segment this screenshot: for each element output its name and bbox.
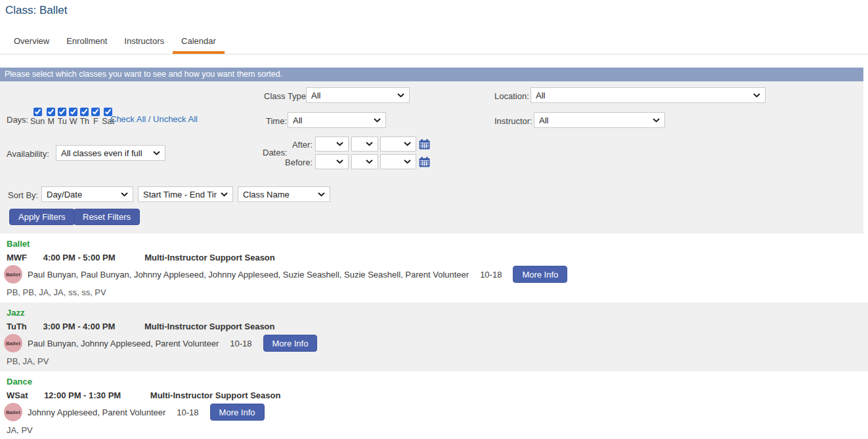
time-label: Time:	[266, 116, 287, 126]
more-info-button[interactable]: More Info	[210, 404, 265, 421]
day-label: Tu	[58, 117, 67, 126]
calendar-icon	[419, 157, 430, 167]
class-age-range: 10-18	[480, 270, 502, 280]
day-checkbox[interactable]	[80, 108, 89, 116]
day-checkbox[interactable]	[91, 108, 100, 116]
chevron-down-icon	[153, 151, 160, 156]
dates-before-label: Before:	[285, 157, 313, 167]
time-select[interactable]: All	[288, 112, 386, 128]
day-checkbox[interactable]	[58, 108, 66, 116]
before-calendar-button[interactable]	[419, 157, 430, 167]
tab-label: Calendar	[181, 36, 216, 46]
before-day-select[interactable]	[351, 154, 378, 169]
class-season: Multi-Instructor Support Season	[150, 390, 281, 400]
day-checkbox-item[interactable]: M	[46, 108, 56, 126]
after-day-select[interactable]	[351, 136, 378, 152]
tab-enrollment[interactable]: Enrollment	[58, 31, 116, 54]
days-label: Days:	[7, 115, 28, 125]
chevron-down-icon	[366, 142, 373, 146]
class-instructor-initials: JA, PV	[7, 425, 861, 435]
tab-label: Enrollment	[66, 36, 107, 46]
chevron-down-icon	[318, 192, 325, 197]
class-info-line: Ballet Paul Bunyan, Johnny Appleseed, Pa…	[7, 334, 861, 352]
class-info-line: Ballet Johnny Appleseed, Parent Voluntee…	[7, 403, 861, 421]
class-schedule: TuTh 3:00 PM - 4:00 PM Multi-Instructor …	[7, 322, 861, 331]
class-days: MWF	[7, 253, 27, 262]
class-row: Dance WSat 12:00 PM - 1:30 PM Multi-Inst…	[0, 371, 868, 439]
reset-filters-button[interactable]: Reset Filters	[74, 209, 140, 225]
class-instructors: Johnny Appleseed, Parent Volunteer	[28, 408, 165, 417]
class-time: 4:00 PM - 5:00 PM	[43, 253, 116, 262]
more-info-button[interactable]: More Info	[513, 266, 567, 283]
before-month-select[interactable]	[315, 154, 349, 169]
dates-after-label: After:	[287, 140, 313, 150]
sort-by-label: Sort By:	[8, 190, 38, 200]
class-name: Dance	[7, 377, 861, 387]
after-calendar-button[interactable]	[419, 139, 430, 150]
calendar-icon	[419, 139, 430, 150]
sort-by-select-2[interactable]: Start Time - End Time	[138, 186, 233, 202]
instructor-select[interactable]: All	[534, 112, 665, 128]
after-month-select[interactable]	[315, 136, 349, 152]
tab-label: Overview	[14, 36, 49, 46]
tab-instructors[interactable]: Instructors	[116, 31, 173, 54]
chevron-down-icon	[374, 118, 381, 123]
chevron-down-icon	[404, 142, 411, 146]
class-age-range: 10-18	[230, 339, 251, 348]
class-instructors: Paul Bunyan, Johnny Appleseed, Parent Vo…	[28, 339, 219, 348]
class-info-line: Ballet Paul Bunyan, Paul Bunyan, Johnny …	[7, 265, 861, 283]
class-season: Multi-Instructor Support Season	[144, 253, 275, 262]
chevron-down-icon	[404, 159, 411, 164]
class-name: Ballet	[7, 239, 861, 249]
class-time: 12:00 PM - 1:30 PM	[44, 390, 121, 400]
class-avatar: Ballet	[4, 265, 22, 283]
check-all-uncheck-all-link[interactable]: Check All / Uncheck All	[110, 114, 198, 124]
location-select[interactable]: All	[531, 87, 766, 103]
apply-filters-button[interactable]: Apply Filters	[9, 209, 75, 225]
class-type-select[interactable]: All	[306, 87, 410, 103]
class-row: Jazz TuTh 3:00 PM - 4:00 PM Multi-Instru…	[0, 303, 868, 371]
availability-select[interactable]: All classes even if full	[56, 145, 165, 161]
sort-by-select-3[interactable]: Class Name	[238, 186, 330, 202]
day-checkbox-item[interactable]: Sun	[30, 108, 45, 126]
day-checkbox[interactable]	[69, 108, 77, 116]
class-instructor-initials: PB, JA, PV	[7, 356, 861, 366]
sort-by-select-1[interactable]: Day/Date	[41, 186, 133, 202]
chevron-down-icon	[753, 93, 760, 98]
day-label: Th	[79, 117, 89, 126]
day-label: Sun	[30, 117, 45, 126]
day-label: F	[93, 117, 98, 126]
class-list: Ballet MWF 4:00 PM - 5:00 PM Multi-Instr…	[0, 234, 868, 439]
day-checkbox-item[interactable]: W	[68, 108, 78, 126]
class-row: Ballet MWF 4:00 PM - 5:00 PM Multi-Instr…	[0, 234, 868, 303]
class-name: Jazz	[7, 308, 861, 318]
class-avatar: Ballet	[4, 403, 22, 421]
tab-label: Instructors	[124, 36, 164, 46]
before-year-select[interactable]	[380, 154, 416, 169]
day-checkbox-item[interactable]: Tu	[57, 108, 67, 126]
day-checkbox[interactable]	[33, 108, 42, 116]
class-type-label: Class Type:	[264, 91, 309, 101]
day-checkbox-item[interactable]: F	[91, 108, 100, 126]
chevron-down-icon	[653, 118, 660, 123]
class-age-range: 10-18	[177, 408, 198, 417]
class-days: WSat	[7, 390, 28, 400]
chevron-down-icon	[397, 93, 404, 98]
filter-panel-header: Please select which classes you want to …	[0, 68, 863, 81]
day-label: W	[70, 117, 77, 126]
page-title: Class: Ballet	[5, 4, 67, 17]
class-schedule: WSat 12:00 PM - 1:30 PM Multi-Instructor…	[7, 390, 861, 400]
location-label: Location:	[494, 91, 529, 101]
after-year-select[interactable]	[380, 136, 416, 152]
tab-overview[interactable]: Overview	[5, 31, 58, 54]
more-info-button[interactable]: More Info	[263, 335, 318, 352]
day-checkbox[interactable]	[47, 108, 55, 116]
filter-panel-body: Days: Sun M Tu W Th F Sat Check All / Un…	[0, 81, 863, 234]
chevron-down-icon	[336, 142, 343, 146]
class-schedule: MWF 4:00 PM - 5:00 PM Multi-Instructor S…	[7, 253, 861, 262]
tab-calendar[interactable]: Calendar	[173, 31, 225, 54]
tab-bar: Overview Enrollment Instructors Calendar	[0, 31, 868, 54]
chevron-down-icon	[336, 159, 343, 164]
day-checkbox-item[interactable]: Th	[79, 108, 89, 126]
class-days: TuTh	[7, 322, 27, 331]
